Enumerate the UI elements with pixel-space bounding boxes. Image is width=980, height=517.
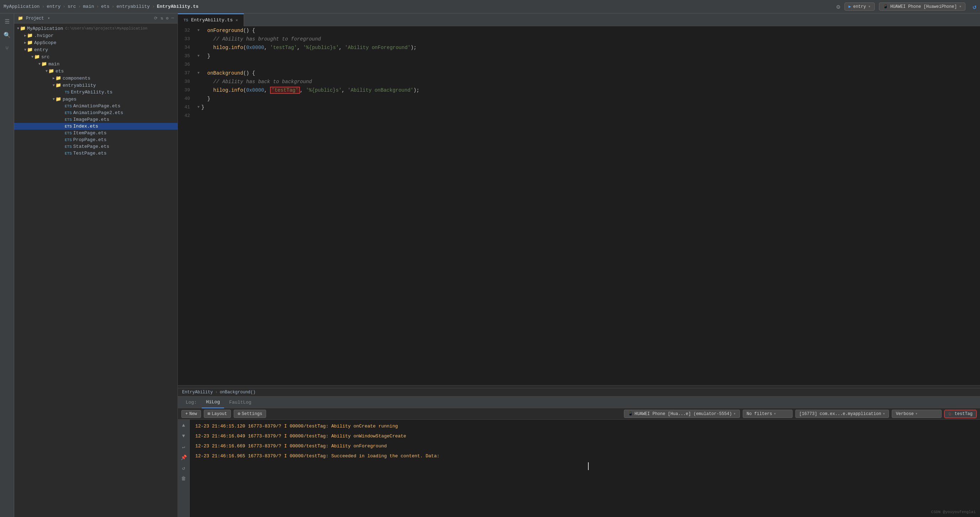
project-header: 📁 Project ▾ ⟳ ⇅ ⚙ — xyxy=(14,14,178,24)
code-line-34: 34 hilog.info(0x0000, 'testTag', '%{publ… xyxy=(178,43,980,52)
tree-root-label: MyApplication xyxy=(27,26,63,31)
tree-itempage[interactable]: ETS ItemPage.ets xyxy=(14,130,178,136)
code-line-35: 35 ▼ } xyxy=(178,52,980,60)
code-line-39: 39 hilog.info(0x0000, 'testTag', '%{publ… xyxy=(178,86,980,95)
tree-appscope[interactable]: ▶ 📁 AppScope xyxy=(14,39,178,46)
tree-settings-icon[interactable]: ⚙ xyxy=(166,16,169,21)
code-line-36: 36 xyxy=(178,60,980,69)
device-selector[interactable]: 📱 HUAWEI Phone [HuaweiPhone] ▾ xyxy=(879,3,966,11)
editor-area: TS EntryAbility.ts ✕ 32 ▼ onForeground()… xyxy=(178,14,980,517)
clear-icon[interactable]: 🗑 xyxy=(179,474,188,483)
breadcrumb-method: onBackground() xyxy=(220,390,256,395)
log-line-1: 12-23 21:46:15.120 16773-8379/? I 00000/… xyxy=(189,421,980,431)
layout-button[interactable]: ⊞ Layout xyxy=(204,410,231,418)
tree-hvigor[interactable]: ▶ 📁 .hvigor xyxy=(14,32,178,39)
settings-button[interactable]: ⚙ Settings xyxy=(234,410,266,418)
panel-tabs: Log: HiLog FaultLog xyxy=(178,397,980,408)
app-filter-dropdown[interactable]: [16773] com.ex...e.myapplication ▾ xyxy=(795,410,889,418)
text-cursor xyxy=(588,462,589,470)
tree-main[interactable]: ▼ 📁 main xyxy=(14,60,178,68)
log-line-4: 12-23 21:46:16.965 16773-8379/? I 00000/… xyxy=(189,451,980,461)
bottom-panel: Log: HiLog FaultLog + New ⊞ Layout ⚙ xyxy=(178,396,980,517)
editor-tab-entryability[interactable]: TS EntryAbility.ts ✕ xyxy=(178,14,244,26)
new-button[interactable]: + New xyxy=(181,410,201,418)
pin-icon[interactable]: 📌 xyxy=(179,453,188,461)
search-input-box[interactable]: Q· testTag xyxy=(944,410,977,418)
breadcrumb-entryability[interactable]: entryability xyxy=(117,4,150,9)
code-line-32: 32 ▼ onForeground() { xyxy=(178,26,980,35)
files-icon[interactable]: ☰ xyxy=(2,16,13,27)
scroll-up-icon[interactable]: ▲ xyxy=(179,421,188,430)
vcs-icon[interactable]: ⑂ xyxy=(2,43,13,54)
breadcrumb: MyApplication › entry › src › main › ets… xyxy=(3,4,199,9)
expand-icon[interactable]: ⟳ xyxy=(154,16,158,21)
tree-close-icon[interactable]: — xyxy=(172,16,174,21)
breadcrumb-ets[interactable]: ets xyxy=(101,4,109,9)
tree-testpage[interactable]: ETS TestPage.ets xyxy=(14,150,178,157)
tree-pages[interactable]: ▼ 📁 pages xyxy=(14,95,178,103)
breadcrumb-file[interactable]: EntryAbility.ts xyxy=(157,4,199,9)
tree-proppage[interactable]: ETS PropPage.ets xyxy=(14,136,178,143)
tree-entryability[interactable]: ▼ 📁 entryability xyxy=(14,82,178,89)
tree-ets[interactable]: ▼ 📁 ets xyxy=(14,68,178,75)
tree-animationpage[interactable]: ETS AnimationPage.ets xyxy=(14,103,178,109)
log-toolbar: + New ⊞ Layout ⚙ Settings 📱 HUAW xyxy=(178,408,980,420)
wrap-icon[interactable]: ↵ xyxy=(179,442,188,451)
breadcrumb-app[interactable]: MyApplication xyxy=(3,4,40,9)
tree-src[interactable]: ▼ 📁 src xyxy=(14,53,178,60)
tree-entryability-ts[interactable]: TS EntryAbility.ts xyxy=(14,89,178,95)
code-line-41: 41 ▼ } xyxy=(178,103,980,111)
horizontal-scrollbar[interactable] xyxy=(178,385,980,388)
breadcrumb-entry[interactable]: entry xyxy=(46,4,60,9)
run-config-selector[interactable]: ▶ entry ▾ xyxy=(845,3,874,11)
scroll-down-icon[interactable]: ▼ xyxy=(179,432,188,440)
search-activity-icon[interactable]: 🔍 xyxy=(2,30,13,41)
tree-components[interactable]: ▶ 📁 components xyxy=(14,75,178,82)
log-line-3: 12-23 21:46:16.669 16773-8379/? I 00000/… xyxy=(189,441,980,451)
editor-breadcrumb: EntryAbility › onBackground() xyxy=(178,388,980,396)
code-line-33: 33 // Ability has brought to foreground xyxy=(178,35,980,43)
log-filter-dropdown[interactable]: No filters ▾ xyxy=(743,410,792,418)
settings-icon[interactable]: ⚙ xyxy=(836,3,840,11)
code-line-40: 40 } xyxy=(178,95,980,103)
log-line-2: 12-23 21:46:16.049 16773-8379/? I 00000/… xyxy=(189,431,980,441)
code-editor[interactable]: 32 ▼ onForeground() { 33 // Ability has … xyxy=(178,26,980,385)
tree-entry[interactable]: ▼ 📁 entry xyxy=(14,46,178,53)
log-content[interactable]: 12-23 21:46:15.120 16773-8379/? I 00000/… xyxy=(189,420,980,517)
device-filter-dropdown[interactable]: 📱 HUAWEI Phone [Hua...e] (emulator-5554)… xyxy=(624,410,740,418)
folder-icon: 📁 xyxy=(18,16,23,21)
watermark: CSDN @youyoufenglai xyxy=(931,510,976,514)
top-bar-right: ⚙ ▶ entry ▾ 📱 HUAWEI Phone [HuaweiPhone]… xyxy=(836,3,977,11)
project-label: Project xyxy=(26,16,44,21)
top-bar: MyApplication › entry › src › main › ets… xyxy=(0,0,980,14)
code-line-42: 42 xyxy=(178,111,980,120)
code-line-37: 37 ▼ onBackground() { xyxy=(178,69,980,78)
tree-root[interactable]: ▼ 📁 MyApplication C:\Users\amy\projects\… xyxy=(14,25,178,32)
breadcrumb-main[interactable]: main xyxy=(83,4,94,9)
tab-bar: TS EntryAbility.ts ✕ xyxy=(178,14,980,26)
code-line-38: 38 // Ability has back to background xyxy=(178,78,980,86)
tab-hilog[interactable]: HiLog xyxy=(202,397,224,408)
tab-log[interactable]: Log: xyxy=(181,397,201,408)
breadcrumb-src[interactable]: src xyxy=(68,4,76,9)
tab-close-icon[interactable]: ✕ xyxy=(235,18,238,22)
log-panel-layout: ▲ ▼ ↵ 📌 ↺ 🗑 12-23 21:46:15.120 16773-837… xyxy=(178,420,980,517)
level-filter-dropdown[interactable]: Verbose ▾ xyxy=(892,410,942,418)
file-tree-content: ▼ 📁 MyApplication C:\Users\amy\projects\… xyxy=(14,24,178,158)
tree-animationpage2[interactable]: ETS AnimationPage2.ets xyxy=(14,109,178,116)
refresh-icon[interactable]: ↺ xyxy=(179,464,188,472)
tab-faultlog[interactable]: FaultLog xyxy=(225,397,255,408)
tree-statepage[interactable]: ETS StatePage.ets xyxy=(14,143,178,150)
tree-index-ets[interactable]: ETS Index.ets xyxy=(14,123,178,130)
breadcrumb-class: EntryAbility xyxy=(182,390,213,395)
activity-bar: ☰ 🔍 ⑂ xyxy=(0,14,14,517)
file-tree: 📁 Project ▾ ⟳ ⇅ ⚙ — ▼ 📁 MyApplication C:… xyxy=(14,14,178,517)
run-button[interactable]: ↺ xyxy=(972,3,977,11)
tree-imagepage[interactable]: ETS ImagePage.ets xyxy=(14,116,178,123)
main-layout: ☰ 🔍 ⑂ 📁 Project ▾ ⟳ ⇅ ⚙ — ▼ xyxy=(0,14,980,517)
panel-side-icons: ▲ ▼ ↵ 📌 ↺ 🗑 xyxy=(178,420,189,517)
collapse-icon[interactable]: ⇅ xyxy=(161,16,163,21)
